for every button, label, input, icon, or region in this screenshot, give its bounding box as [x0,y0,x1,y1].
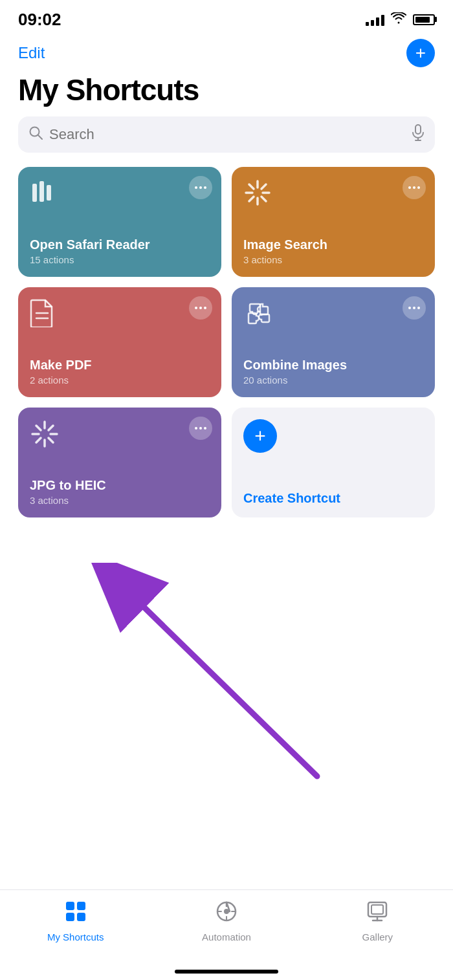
edit-button[interactable]: Edit [18,44,45,62]
svg-rect-29 [77,902,85,910]
tab-bar: My Shortcuts Automation Gallery [0,889,453,980]
plus-icon: + [415,44,426,62]
svg-line-13 [261,197,266,201]
microphone-icon[interactable] [412,124,425,145]
svg-rect-6 [39,181,44,202]
my-shortcuts-icon [65,900,87,928]
my-shortcuts-label: My Shortcuts [47,931,104,942]
svg-line-23 [49,438,53,442]
search-input[interactable] [49,126,405,143]
combine-actions: 20 actions [243,375,423,386]
wifi-icon [391,12,406,27]
shortcut-card-pdf[interactable]: Make PDF 2 actions [18,287,221,397]
svg-rect-40 [371,905,383,914]
jpg-heic-icon [30,419,210,455]
header: Edit + [0,35,453,70]
battery-icon [413,14,435,25]
create-plus-icon: + [243,419,277,453]
svg-line-15 [249,197,254,201]
svg-line-22 [36,426,41,430]
tab-gallery[interactable]: Gallery [302,900,453,942]
create-shortcut-label: Create Shortcut [243,491,340,506]
image-search-actions: 3 actions [243,254,423,265]
shortcuts-grid: Open Safari Reader 15 actions Image Sea [0,167,453,517]
combine-icon [243,299,423,334]
svg-rect-5 [32,184,37,202]
safari-reader-menu-button[interactable] [189,176,212,199]
search-bar [18,116,435,153]
shortcut-card-image[interactable]: Image Search 3 actions [232,167,435,277]
svg-rect-31 [77,913,85,921]
search-container [18,116,435,153]
image-search-menu-button[interactable] [403,176,426,199]
shortcut-card-combine[interactable]: Combine Images 20 actions [232,287,435,397]
add-shortcut-button[interactable]: + [406,39,435,67]
tab-my-shortcuts[interactable]: My Shortcuts [0,900,151,942]
gallery-label: Gallery [362,931,393,942]
gallery-icon [366,900,388,928]
menu-dots-icon [195,186,206,189]
pdf-name: Make PDF [30,357,210,373]
arrow-annotation [0,563,453,796]
safari-reader-name: Open Safari Reader [30,237,210,252]
image-search-icon [243,179,423,213]
safari-reader-actions: 15 actions [30,254,210,265]
svg-line-1 [38,135,43,140]
svg-line-14 [261,184,266,189]
pdf-icon [30,299,210,333]
home-indicator [175,970,278,974]
combine-name: Combine Images [243,357,423,373]
status-bar: 09:02 [0,0,453,35]
svg-line-27 [120,583,317,776]
pdf-actions: 2 actions [30,375,210,386]
shortcut-card-safari[interactable]: Open Safari Reader 15 actions [18,167,221,277]
automation-label: Automation [202,931,251,942]
svg-rect-2 [415,125,421,134]
jpg-heic-actions: 3 actions [30,495,210,506]
create-shortcut-card[interactable]: + Create Shortcut [232,408,435,517]
menu-dots-icon [195,307,206,309]
shortcut-card-jpg[interactable]: JPG to HEIC 3 actions [18,408,221,517]
svg-rect-28 [66,902,74,910]
svg-rect-7 [47,185,51,201]
image-search-name: Image Search [243,237,423,252]
page-title: My Shortcuts [0,70,453,116]
menu-dots-icon [195,427,206,430]
automation-icon [215,900,238,928]
svg-line-12 [249,184,254,189]
signal-icon [366,13,384,26]
search-icon [28,125,43,144]
safari-reader-icon [30,179,210,213]
combine-menu-button[interactable] [403,296,426,320]
pdf-menu-button[interactable] [189,296,212,320]
status-time: 09:02 [18,10,61,30]
svg-line-25 [36,438,41,442]
jpg-heic-name: JPG to HEIC [30,477,210,493]
status-icons [366,12,435,27]
menu-dots-icon [408,186,420,189]
svg-line-24 [49,426,53,430]
menu-dots-icon [408,307,420,309]
tab-automation[interactable]: Automation [151,900,302,942]
jpg-heic-menu-button[interactable] [189,417,212,440]
svg-rect-30 [66,913,74,921]
